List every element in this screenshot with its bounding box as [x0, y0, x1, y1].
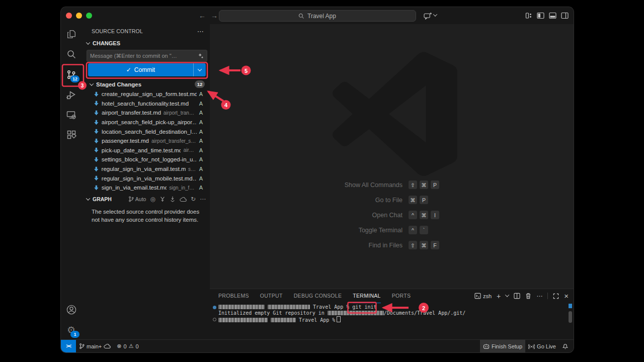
key-cmd: ⌘ — [409, 196, 417, 204]
graph-auto-toggle[interactable]: Auto — [128, 196, 146, 202]
close-window-button[interactable] — [66, 13, 72, 19]
changes-label: CHANGES — [93, 40, 120, 46]
terminal-output[interactable]: Travel App % git init Initialized empty … — [210, 303, 574, 340]
markdown-file-icon — [94, 175, 99, 181]
staged-file-row[interactable]: passenger.test.md airport_transfer_s… A — [82, 136, 210, 146]
staged-file-row[interactable]: regular_sign_in_via_email.test.md si… A — [82, 164, 210, 174]
editor-area: Show All Commands ⇧⌘P Go to File ⌘P Open… — [210, 24, 574, 289]
markdown-file-icon — [94, 166, 99, 172]
git-status-added: A — [199, 156, 203, 162]
customize-layout-icon[interactable] — [525, 12, 532, 19]
explorer-activity-button[interactable] — [61, 24, 82, 44]
commit-button[interactable]: ✓ Commit — [88, 63, 206, 76]
commit-dropdown-button[interactable] — [193, 63, 206, 76]
staged-file-row[interactable]: location_search_field_destination_l… A — [82, 127, 210, 136]
remote-indicator[interactable]: >< — [61, 340, 76, 352]
search-activity-button[interactable] — [61, 44, 82, 64]
check-icon: ✓ — [126, 66, 131, 73]
commit-message-box — [87, 50, 207, 62]
staged-file-row[interactable]: create_regular_sign_up_form.test.md A — [82, 89, 210, 99]
terminal-dropdown-chevron-icon[interactable] — [505, 293, 509, 297]
terminal-prompt: Travel App % — [313, 304, 349, 310]
commit-message-input[interactable] — [87, 53, 198, 59]
command-center-search[interactable]: Travel App — [219, 10, 416, 22]
finish-setup-button[interactable]: Finish Setup — [480, 340, 525, 352]
staged-file-row[interactable]: sign_in_via_email.test.md sign_in_fo… A — [82, 183, 210, 193]
command-pending-dot — [213, 318, 216, 321]
git-status-added: A — [199, 91, 203, 97]
tab-output[interactable]: OUTPUT — [260, 289, 283, 303]
close-panel-icon[interactable]: × — [564, 292, 569, 300]
run-debug-icon — [66, 89, 76, 100]
branch-icon — [79, 343, 85, 349]
minimize-window-button[interactable] — [76, 13, 82, 19]
staged-file-row[interactable]: pick-up_date_and_time.test.md airp… A — [82, 146, 210, 155]
staged-file-row[interactable]: regular_sign_in_via_mobile.test.md… A — [82, 173, 210, 183]
errors-icon: ⊗ — [117, 343, 121, 349]
go-live-button[interactable]: Go Live — [525, 340, 559, 352]
staged-file-row[interactable]: airport_search_field_pick-up_airpor… A — [82, 118, 210, 127]
terminal-shell-item[interactable]: zsh — [474, 293, 492, 299]
staged-file-row[interactable]: hotel_search_functionality.test.md A — [82, 99, 210, 109]
publish-cloud-icon — [104, 343, 111, 349]
terminal-cursor — [337, 316, 341, 322]
kill-terminal-trash-icon[interactable] — [525, 293, 531, 299]
tab-debug-console[interactable]: DEBUG CONSOLE — [294, 289, 342, 303]
graph-more-actions-icon[interactable]: ⋯ — [200, 196, 206, 203]
settings-button[interactable]: ⚙ 1 — [61, 320, 82, 340]
new-terminal-button[interactable]: + — [497, 292, 501, 300]
remote-icon: >< — [66, 343, 71, 349]
shortcut-label: Open Chat — [257, 212, 403, 219]
fetch-icon[interactable] — [159, 196, 166, 202]
key-f: F — [431, 241, 439, 249]
chat-dropdown-chevron-icon[interactable] — [433, 12, 437, 16]
run-debug-activity-button[interactable] — [61, 84, 82, 105]
chat-icon[interactable] — [424, 12, 432, 20]
scm-more-actions-icon[interactable]: ⋯ — [197, 28, 204, 35]
toggle-panel-icon[interactable] — [549, 12, 556, 19]
toggle-secondary-sidebar-icon[interactable] — [561, 12, 569, 19]
graph-section-header[interactable]: GRAPH Auto ◎ ↻ ⋯ — [85, 195, 206, 204]
git-status-added: A — [199, 138, 203, 144]
pull-icon[interactable] — [170, 196, 176, 202]
git-status-added: A — [199, 185, 203, 191]
tab-ports[interactable]: PORTS — [392, 289, 411, 303]
finish-setup-label: Finish Setup — [492, 343, 522, 349]
generate-commit-message-icon[interactable] — [198, 53, 204, 59]
git-status-added: A — [199, 119, 203, 125]
nav-forward-icon[interactable]: → — [211, 12, 218, 20]
terminal-scrollbar[interactable] — [569, 311, 572, 323]
changes-section-header[interactable]: CHANGES — [85, 38, 207, 48]
notifications-bell-button[interactable] — [559, 340, 574, 352]
tab-problems[interactable]: PROBLEMS — [218, 289, 249, 303]
scm-count-badge: 12 — [70, 75, 79, 82]
accounts-button[interactable] — [61, 300, 82, 320]
staged-file-row[interactable]: settings_block_for_not_logged-in_u… A — [82, 155, 210, 164]
cloud-icon[interactable] — [180, 197, 187, 202]
panel-more-actions-icon[interactable]: ⋯ — [536, 293, 542, 300]
target-icon[interactable]: ◎ — [150, 196, 155, 203]
maximize-panel-icon[interactable] — [553, 293, 559, 299]
status-bar: >< main+ ⊗ 0 ⚠ 0 Finish Setup Go Live — [61, 339, 574, 352]
branch-status-item[interactable]: main+ — [76, 340, 114, 352]
staged-file-row[interactable]: airport_transfer.test.md airport_trans… … — [82, 108, 210, 118]
tab-terminal[interactable]: TERMINAL — [353, 289, 381, 303]
file-name: create_regular_sign_up_form.test.md — [102, 91, 197, 97]
zoom-window-button[interactable] — [86, 13, 92, 19]
extensions-activity-button[interactable] — [61, 125, 82, 145]
source-control-activity-button[interactable]: 12 — [61, 64, 82, 84]
remote-explorer-activity-button[interactable] — [61, 105, 82, 125]
terminal-text: Initialized empty Git repository in — [218, 310, 325, 316]
account-icon — [66, 304, 77, 315]
markdown-file-icon — [94, 157, 99, 162]
errors-count: 0 — [124, 343, 127, 349]
split-terminal-icon[interactable] — [514, 293, 520, 299]
git-status-added: A — [199, 101, 203, 107]
redacted-text — [328, 311, 384, 315]
problems-status-item[interactable]: ⊗ 0 ⚠ 0 — [114, 340, 141, 352]
nav-back-icon[interactable]: ← — [199, 12, 206, 20]
toggle-primary-sidebar-icon[interactable] — [537, 12, 544, 19]
refresh-icon[interactable]: ↻ — [191, 196, 196, 203]
branch-icon — [128, 196, 134, 202]
staged-changes-header[interactable]: Staged Changes 12 — [85, 79, 205, 89]
